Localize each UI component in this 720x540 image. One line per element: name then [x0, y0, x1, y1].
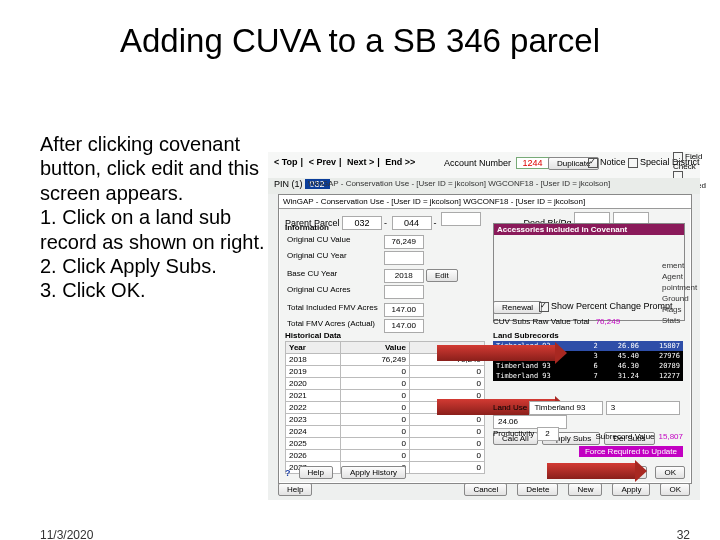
arrow-1: [437, 345, 557, 361]
help-icon[interactable]: ?: [285, 468, 291, 478]
info-block: Information Original CU Value76,249 Orig…: [285, 223, 485, 335]
force-update[interactable]: Force Required to Update: [579, 446, 683, 457]
footer-date: 11/3/2020: [40, 528, 93, 540]
help-button2[interactable]: Help: [299, 466, 333, 479]
subrecord-value: Subrecord Value15,807: [596, 432, 683, 441]
nav-buttons[interactable]: < Top| < Prev| Next >| End >>: [274, 157, 418, 167]
renewal-button[interactable]: Renewal: [493, 301, 542, 314]
toolbar: < Top| < Prev| Next >| End >> Account Nu…: [268, 152, 700, 179]
show-prompt-checkbox[interactable]: Show Percent Change Prompt: [539, 301, 673, 312]
account-number: Account Number 1244: [444, 157, 550, 169]
productivity-row: Productivity 2: [493, 427, 559, 441]
dialog-titlebar: WinGAP - Conservation Use - [User ID = j…: [279, 195, 691, 209]
cuv-total: CUV Subs Raw Value Total76,249: [493, 317, 620, 326]
pin-row: PIN (1)032 WinGAP - Conservation Use - […: [268, 178, 700, 194]
clipped-stubs: ement AgentpointmentGround FlagsStats: [662, 260, 700, 326]
screenshot: < Top| < Prev| Next >| End >> Account Nu…: [268, 152, 700, 500]
outer-window-buttons: Help Cancel Delete New Apply OK: [278, 483, 690, 496]
edit-button[interactable]: Edit: [426, 269, 458, 282]
apply-history-button[interactable]: Apply History: [341, 466, 406, 479]
ok-button[interactable]: OK: [655, 466, 685, 479]
arrow-3: [547, 463, 637, 479]
slide-body: After clicking covenant button, click ed…: [40, 132, 270, 303]
footer-page: 32: [677, 528, 690, 540]
slide-title: Adding CUVA to a SB 346 parcel: [0, 22, 720, 60]
cuva-dialog: WinGAP - Conservation Use - [User ID = j…: [278, 194, 692, 484]
notice-checkbox[interactable]: Notice: [588, 157, 626, 168]
land-use-row: Land Use Timberland 93 3 24.06: [493, 401, 691, 429]
